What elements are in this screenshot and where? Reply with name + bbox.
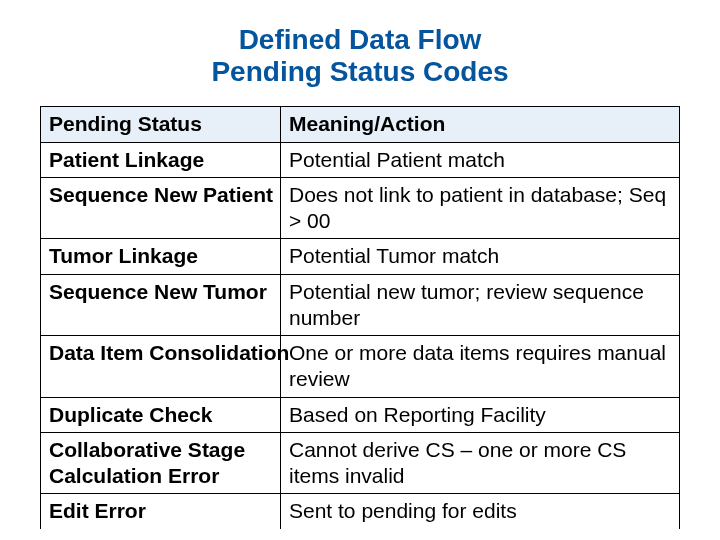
- cell-status: Patient Linkage: [41, 142, 281, 177]
- cell-meaning: Potential new tumor; review sequence num…: [281, 274, 680, 336]
- table-row: Collaborative Stage Calculation Error Ca…: [41, 432, 680, 494]
- table-header-row: Pending Status Meaning/Action: [41, 107, 680, 142]
- cell-meaning: One or more data items requires manual r…: [281, 336, 680, 398]
- table-row: Sequence New Patient Does not link to pa…: [41, 177, 680, 239]
- table-row: Edit Error Sent to pending for edits: [41, 494, 680, 529]
- cell-meaning: Potential Patient match: [281, 142, 680, 177]
- cell-status: Sequence New Tumor: [41, 274, 281, 336]
- cell-status: Edit Error: [41, 494, 281, 529]
- table-row: Patient Linkage Potential Patient match: [41, 142, 680, 177]
- cell-status: Tumor Linkage: [41, 239, 281, 274]
- cell-status: Data Item Consolidation: [41, 336, 281, 398]
- table-row: Data Item Consolidation One or more data…: [41, 336, 680, 398]
- cell-status: Sequence New Patient: [41, 177, 281, 239]
- cell-status: Collaborative Stage Calculation Error: [41, 432, 281, 494]
- header-meaning: Meaning/Action: [281, 107, 680, 142]
- title-line-1: Defined Data Flow: [239, 24, 482, 55]
- status-codes-table: Pending Status Meaning/Action Patient Li…: [40, 106, 680, 528]
- table-row: Duplicate Check Based on Reporting Facil…: [41, 397, 680, 432]
- table-row: Tumor Linkage Potential Tumor match: [41, 239, 680, 274]
- cell-meaning: Does not link to patient in database; Se…: [281, 177, 680, 239]
- cell-meaning: Based on Reporting Facility: [281, 397, 680, 432]
- cell-meaning: Cannot derive CS – one or more CS items …: [281, 432, 680, 494]
- cell-meaning: Potential Tumor match: [281, 239, 680, 274]
- cell-meaning: Sent to pending for edits: [281, 494, 680, 529]
- cell-status: Duplicate Check: [41, 397, 281, 432]
- header-status: Pending Status: [41, 107, 281, 142]
- slide: Defined Data Flow Pending Status Codes P…: [0, 0, 720, 540]
- table-row: Sequence New Tumor Potential new tumor; …: [41, 274, 680, 336]
- page-title: Defined Data Flow Pending Status Codes: [40, 24, 680, 88]
- title-line-2: Pending Status Codes: [211, 56, 508, 87]
